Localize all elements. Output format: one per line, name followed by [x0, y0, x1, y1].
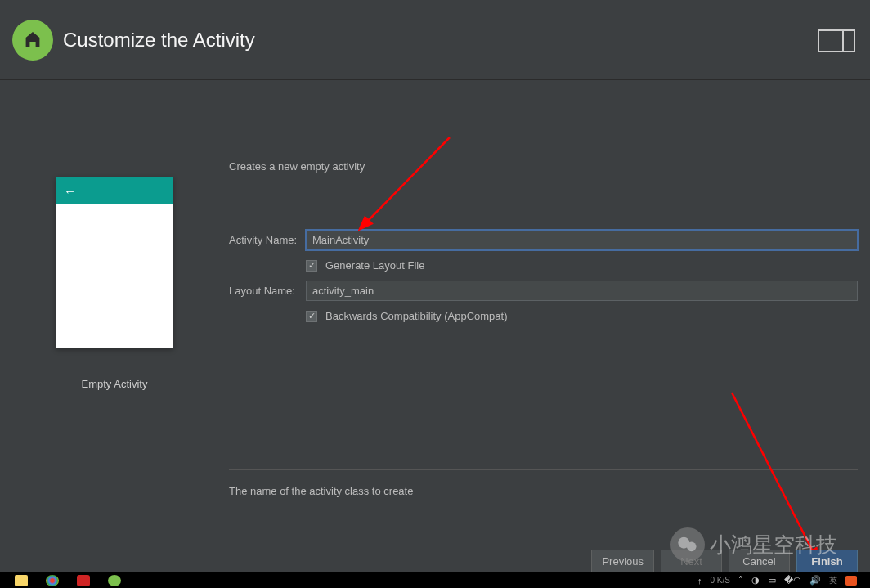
watermark-text: 小鸿星空科技 [710, 531, 837, 559]
device-preview-icon [818, 29, 855, 52]
backwards-compat-checkbox-row[interactable]: ✓ Backwards Compatibility (AppCompat) [306, 310, 858, 322]
dialog-header: Customize the Activity [0, 0, 870, 80]
form-column: Creates a new empty activity Activity Na… [229, 80, 870, 497]
tray-battery-icon[interactable]: ▭ [768, 575, 776, 586]
tray-chevron-icon[interactable]: ˄ [738, 575, 743, 586]
svg-point-3 [687, 542, 697, 552]
layout-name-label: Layout Name: [229, 285, 306, 297]
layout-name-input[interactable] [306, 281, 858, 301]
activity-name-row: Activity Name: [229, 230, 858, 250]
activity-preview-thumbnail: ← [56, 177, 173, 348]
generate-layout-checkbox[interactable]: ✓ [306, 260, 317, 272]
preview-column: ← Empty Activity [0, 80, 229, 497]
form-divider [229, 469, 858, 470]
backwards-compat-checkbox[interactable]: ✓ [306, 311, 317, 322]
taskbar-chrome-icon[interactable] [46, 575, 59, 586]
taskbar-file-explorer-icon[interactable] [15, 575, 28, 586]
taskbar-android-studio-icon[interactable] [108, 575, 121, 586]
backwards-compat-label: Backwards Compatibility (AppCompat) [325, 310, 508, 322]
activity-name-label: Activity Name: [229, 234, 306, 246]
main-content: ← Empty Activity Creates a new empty act… [0, 80, 870, 497]
tray-upload-icon: ↑ [697, 576, 702, 586]
wechat-icon [670, 527, 705, 562]
generate-layout-label: Generate Layout File [325, 259, 424, 272]
layout-name-row: Layout Name: [229, 281, 858, 301]
windows-taskbar: ↑ 0 K/S ˄ ◑ ▭ �◠ 🔊 英 [0, 572, 870, 588]
watermark: 小鸿星空科技 [670, 527, 837, 562]
android-studio-logo-icon [12, 20, 53, 61]
tray-net-speed: 0 K/S [711, 576, 730, 585]
tray-volume-icon[interactable]: 🔊 [809, 575, 821, 586]
taskbar-netease-icon[interactable] [77, 575, 90, 586]
tray-headset-icon[interactable]: ◑ [751, 575, 760, 586]
taskbar-apps [0, 575, 121, 586]
preview-appbar: ← [56, 177, 173, 204]
dialog-title: Customize the Activity [63, 29, 255, 52]
preview-template-label: Empty Activity [82, 378, 148, 390]
help-text: The name of the activity class to create [229, 485, 858, 497]
tray-ime-indicator[interactable]: 英 [829, 575, 837, 586]
tray-wifi-icon[interactable]: �◠ [784, 575, 801, 586]
generate-layout-checkbox-row[interactable]: ✓ Generate Layout File [306, 259, 858, 272]
activity-name-input[interactable] [306, 230, 858, 250]
tray-app-icon[interactable] [845, 576, 857, 586]
back-arrow-icon: ← [64, 184, 76, 198]
form-description: Creates a new empty activity [229, 160, 858, 173]
previous-button[interactable]: Previous [591, 550, 654, 572]
taskbar-tray: ↑ 0 K/S ˄ ◑ ▭ �◠ 🔊 英 [697, 575, 870, 586]
